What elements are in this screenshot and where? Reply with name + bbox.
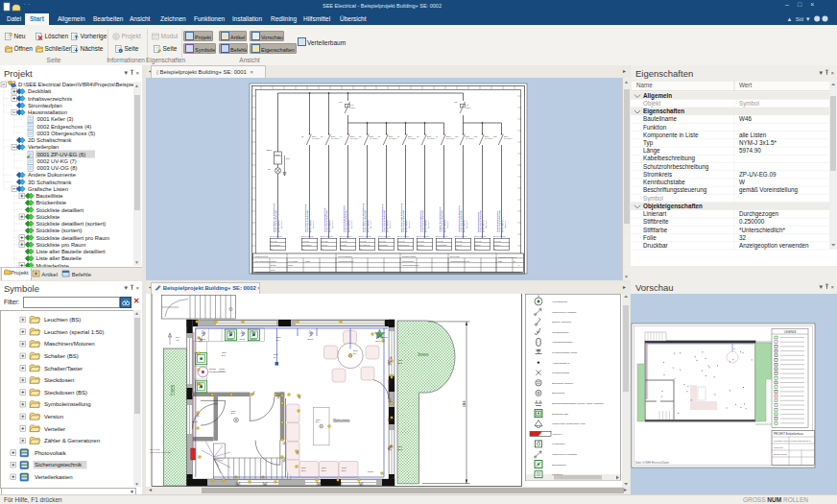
svg-text:6000W: 6000W: [227, 338, 235, 340]
svg-text:0.250000: 0.250000: [739, 218, 765, 225]
svg-text:Leuchten (BS): Leuchten (BS): [44, 317, 81, 323]
svg-text:kWh: kWh: [275, 154, 280, 156]
svg-text:0002 Erdgeschoss (4): 0002 Erdgeschoss (4): [37, 124, 92, 130]
svg-text:150W: 150W: [382, 336, 389, 338]
svg-text:Anschlussdose 2: Anschlussdose 2: [552, 362, 570, 365]
svg-text:ZP-UV-EG.11: ZP-UV-EG.11: [474, 235, 487, 237]
svg-text:ZP-UV-EG: ZP-UV-EG: [450, 255, 460, 257]
svg-text:Kleinschalter: Kleinschalter: [552, 443, 565, 445]
svg-text:20%: 20%: [176, 336, 179, 338]
svg-text:ZP-UV-EG.08: ZP-UV-EG.08: [417, 235, 430, 237]
svg-text:ZP-UV-EG.02: ZP-UV-EG.02: [309, 219, 311, 232]
svg-text:ZP-UV-EG.07: ZP-UV-EG.07: [397, 235, 411, 237]
svg-text:Version: Version: [44, 414, 63, 420]
svg-text:Andere Dokumente: Andere Dokumente: [28, 172, 76, 178]
svg-text:Kabelreferenz (aufwärts): Kabelreferenz (aufwärts): [552, 453, 577, 456]
svg-text:Erdgeschoss: Erdgeschoss: [774, 453, 788, 456]
svg-text:i: i: [115, 34, 116, 39]
svg-text:B16A: B16A: [350, 135, 356, 137]
svg-text:6kA/230V: 6kA/230V: [312, 137, 321, 139]
svg-text:Waschmaschi: Waschmaschi: [397, 244, 410, 246]
svg-text:20W: 20W: [276, 336, 281, 338]
svg-text:SLS: SLS: [286, 157, 290, 159]
svg-text:200W: 200W: [201, 338, 207, 340]
svg-text:Terrasse: Terrasse: [418, 352, 429, 356]
svg-text:Küche: Küche: [219, 368, 226, 370]
svg-text:L1 N PE: L1 N PE: [436, 240, 443, 242]
svg-text:W41 5974: W41 5974: [312, 220, 314, 228]
svg-text:Schalter (BS): Schalter (BS): [44, 353, 79, 359]
svg-text:ZP-UV-EG.04: ZP-UV-EG.04: [340, 235, 353, 237]
svg-text:Stückliste detailliert (sortie: Stückliste detailliert (sortiert): [36, 221, 107, 227]
svg-text:Kabelreferenz (abwärts): Kabelreferenz (abwärts): [552, 311, 577, 314]
svg-text:6kA/230V: 6kA/230V: [466, 137, 474, 139]
svg-text:ZP-UV-EG: ZP-UV-EG: [150, 448, 160, 450]
svg-text:Seite 2: Seite 2: [803, 440, 811, 443]
svg-text:Norm: Norm: [288, 264, 293, 266]
svg-text:ZP-UV-EG.01: ZP-UV-EG.01: [277, 219, 279, 232]
svg-text:L1 N PE: L1 N PE: [270, 240, 277, 242]
svg-text:L1 N PE: L1 N PE: [417, 240, 424, 242]
svg-text:mit Spülmaschine: mit Spülmaschine: [209, 371, 227, 372]
svg-text:30mA: 30mA: [350, 107, 356, 108]
svg-text:ZP-UV-EG.09: ZP-UV-EG.09: [436, 235, 449, 237]
svg-text:S1.7: S1.7: [322, 469, 326, 471]
svg-text:W40 5974: W40 5974: [280, 220, 282, 228]
svg-text:0002 UV-KG (7): 0002 UV-KG (7): [37, 158, 77, 164]
svg-text:Zählerplatz mit UV-EG: Zählerplatz mit UV-EG: [150, 451, 171, 453]
svg-text:0001 ZP-UV-EG (6): 0001 ZP-UV-EG (6): [37, 152, 86, 157]
svg-text:Name: Name: [305, 260, 311, 262]
svg-text:Durchgezogen: Durchgezogen: [739, 210, 778, 218]
svg-text:W44 5974: W44 5974: [370, 220, 371, 228]
svg-text:6kA/230V: 6kA/230V: [504, 137, 513, 139]
svg-text:6kA/230V: 6kA/230V: [408, 137, 417, 139]
svg-text:B16A: B16A: [466, 135, 471, 137]
svg-text:B16A: B16A: [446, 135, 452, 137]
svg-text:ZP-UV-EG.01: ZP-UV-EG.01: [270, 235, 283, 237]
svg-text:Heizlüssegerät: Heizlüssegerät: [552, 300, 567, 303]
svg-text:LEGENDE: LEGENDE: [784, 330, 797, 334]
svg-text:Wandleuchte (wasserdicht, rund: Wandleuchte (wasserdicht, rund): [552, 422, 586, 425]
svg-text:i: i: [120, 48, 121, 53]
svg-text:B16A: B16A: [389, 135, 395, 137]
svg-text:Länge: Länge: [643, 147, 660, 155]
svg-text:2D Schaltschrank: 2D Schaltschrank: [28, 137, 72, 143]
svg-text:Stromlaufplan: Stromlaufplan: [28, 103, 62, 108]
svg-text:6kA/230V: 6kA/230V: [331, 137, 340, 139]
svg-text:30mA: 30mA: [466, 107, 471, 108]
svg-text:Photovoltaik: Photovoltaik: [35, 450, 67, 456]
svg-text:Druckbar: Druckbar: [643, 242, 668, 249]
svg-text:Schalter, allgemein: Schalter, allgemein: [552, 321, 572, 324]
svg-text:Zähler: Zähler: [267, 149, 273, 151]
svg-text:ZP-UV-EG.12: ZP-UV-EG.12: [501, 219, 503, 232]
svg-text:6kA/230V: 6kA/230V: [370, 137, 378, 139]
svg-text:ZP-UV-EG.02: ZP-UV-EG.02: [301, 235, 315, 237]
svg-text:Lichtkreis Trenn.: Lichtkreis Trenn.: [254, 255, 269, 257]
svg-text:6kA/230V: 6kA/230V: [427, 137, 436, 139]
svg-text:alle Listen: alle Listen: [739, 132, 767, 138]
svg-text:Datei: D:\SEE Electrical Daten: Datei: D:\SEE Electrical Daten: [635, 461, 669, 465]
svg-text:gemäß Voreinstellung: gemäß Voreinstellung: [739, 186, 798, 194]
svg-text:Steckdosen (Doppel): Steckdosen (Doppel): [552, 382, 574, 385]
svg-text:Funktion: Funktion: [643, 124, 667, 131]
svg-text:L1 N PE: L1 N PE: [493, 240, 501, 242]
svg-text:Beleuchtung: Beleuchtung: [359, 244, 370, 246]
svg-text:ZP-UV-EG.04: ZP-UV-EG.04: [347, 219, 349, 232]
svg-text:Symbol: Symbol: [739, 100, 759, 108]
svg-text:ZP-UV-EG.05: ZP-UV-EG.05: [359, 235, 372, 237]
svg-text:WS: WS: [176, 339, 179, 341]
svg-text:B16A: B16A: [504, 135, 510, 137]
svg-text:Steckerdose: Steckerdose: [552, 392, 565, 395]
svg-text:Hauptschutzschalter: Hauptschutzschalter: [552, 341, 573, 344]
svg-text:ZP-UV-EG.03: ZP-UV-EG.03: [321, 235, 334, 237]
svg-text:B16A: B16A: [331, 135, 337, 137]
svg-text:Bauteilliste: Bauteilliste: [36, 193, 63, 199]
svg-text:Leuchten (spezial 1:50): Leuchten (spezial 1:50): [44, 329, 104, 335]
svg-text:Typ: Typ: [643, 139, 654, 147]
svg-text:B16A: B16A: [312, 135, 318, 137]
svg-text:W46 5974: W46 5974: [408, 220, 410, 228]
svg-text:Stückliste pro Raum: Stückliste pro Raum: [36, 242, 86, 248]
svg-text:W51 5974: W51 5974: [504, 220, 506, 228]
svg-text:20W: 20W: [231, 410, 236, 412]
svg-text:3D Schaltschrank: 3D Schaltschrank: [28, 180, 72, 185]
